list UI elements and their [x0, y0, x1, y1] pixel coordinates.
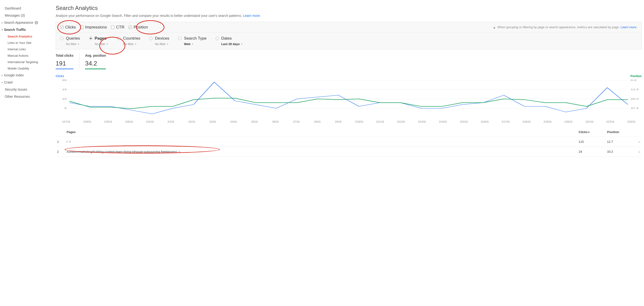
svg-text:12.5: 12.5	[631, 88, 639, 91]
radio-icon	[89, 37, 92, 40]
dimension-devices[interactable]: Devices No filter▼	[149, 36, 169, 46]
sidebar-sub-links-to-site[interactable]: Links to Your Site	[0, 40, 51, 46]
stat-total-clicks: Total clicks 191	[56, 54, 79, 69]
chart-right-axis-label: Position	[630, 75, 642, 78]
metrics-row: ✓ Clicks Impressions CTR ✓ Position ▲ Wh…	[56, 22, 642, 33]
svg-text:10: 10	[62, 98, 67, 100]
external-link-icon[interactable]: ⧉	[69, 140, 71, 143]
dimensions-row: Queries No filter▼ Pages No filter▼ Coun…	[56, 33, 642, 49]
dimension-queries[interactable]: Queries No filter▼	[60, 36, 80, 46]
sidebar-sub-international-targeting[interactable]: International Targeting	[0, 59, 51, 65]
table-header-clicks[interactable]: Clicks▼	[578, 130, 607, 134]
page-link[interactable]: /content-marketing/building-content-team…	[66, 150, 177, 153]
metrics-note-link[interactable]: Learn more.	[620, 25, 637, 29]
row-expand-icon[interactable]: »	[633, 150, 640, 154]
metric-ctr[interactable]: CTR	[111, 25, 124, 30]
caret-down-icon: ▼	[134, 43, 137, 45]
table-row: 1 /⧉ 115 12.7 »	[56, 137, 642, 147]
caret-down-icon: ▼	[106, 43, 108, 45]
radio-icon	[178, 37, 182, 40]
warning-icon: ▲	[492, 25, 496, 29]
stats-row: Total clicks 191 Avg. position 34.2	[56, 54, 642, 69]
svg-text:5: 5	[64, 107, 67, 109]
row-expand-icon[interactable]: »	[633, 140, 640, 144]
radio-icon	[149, 37, 152, 40]
table-header-position[interactable]: Position	[607, 130, 633, 134]
sidebar-item-search-appearance[interactable]: Search Appearance i	[0, 19, 51, 26]
page-description: Analyze your performance on Google Searc…	[56, 14, 642, 18]
dimension-countries[interactable]: Countries No filter▼	[117, 36, 140, 46]
table-row: 2 /content-marketing/building-content-te…	[56, 147, 642, 157]
checkbox-icon: ✓	[129, 26, 132, 29]
dimension-dates[interactable]: Dates Last 28 days▼	[216, 36, 243, 46]
sidebar-sub-search-analytics[interactable]: Search Analytics	[0, 33, 51, 40]
svg-text:0.0: 0.0	[631, 79, 637, 81]
dimension-pages[interactable]: Pages No filter▼	[89, 36, 108, 46]
external-link-icon[interactable]: ⧉	[178, 150, 180, 153]
sidebar-item-crawl[interactable]: Crawl	[0, 79, 51, 86]
radio-icon	[60, 37, 64, 40]
radio-icon	[216, 37, 219, 40]
radio-icon	[117, 37, 120, 40]
caret-down-icon: ▼	[192, 43, 194, 45]
info-icon: i	[34, 21, 38, 25]
metric-clicks[interactable]: ✓ Clicks	[60, 25, 76, 30]
page-title: Search Analytics	[56, 5, 642, 12]
sidebar-item-security-issues[interactable]: Security Issues	[0, 86, 51, 93]
table-header: Pages Clicks▼ Position	[56, 127, 642, 137]
table-header-pages[interactable]: Pages	[66, 130, 578, 134]
sidebar-item-messages[interactable]: Messages (3)	[0, 12, 51, 19]
sidebar-sub-internal-links[interactable]: Internal Links	[0, 46, 51, 53]
svg-text:15: 15	[62, 88, 67, 91]
chart-x-axis: 1/27/161/28/161/29/161/30/161/31/162/1/1…	[56, 121, 642, 123]
stat-avg-position: Avg. position 34.2	[85, 54, 112, 69]
svg-text:37.5: 37.5	[631, 107, 639, 109]
metric-impressions[interactable]: Impressions	[80, 25, 107, 30]
sidebar-sub-manual-actions[interactable]: Manual Actions	[0, 53, 51, 59]
caret-down-icon: ▼	[78, 43, 80, 45]
results-table: Pages Clicks▼ Position 1 /⧉ 115 12.7 » 2…	[56, 127, 642, 157]
sidebar-item-other-resources[interactable]: Other Resources	[0, 93, 51, 100]
checkbox-icon	[111, 26, 114, 29]
sidebar-sub-mobile-usability[interactable]: Mobile Usability	[0, 65, 51, 72]
caret-down-icon: ▼	[166, 43, 169, 45]
metric-position[interactable]: ✓ Position	[129, 25, 148, 30]
svg-text:20: 20	[62, 79, 67, 81]
sidebar-item-search-traffic[interactable]: Search Traffic	[0, 26, 51, 33]
dimension-search-type[interactable]: Search Type Web▼	[178, 36, 206, 46]
sidebar-item-google-index[interactable]: Google Index	[0, 72, 51, 79]
learn-more-link[interactable]: Learn more.	[243, 14, 261, 18]
page-link[interactable]: /	[66, 140, 68, 144]
sidebar: Dashboard Messages (3) Search Appearance…	[0, 0, 51, 162]
svg-text:25.0: 25.0	[631, 98, 639, 100]
checkbox-icon: ✓	[60, 26, 64, 29]
chart-svg: 200.01512.51025.0537.5	[56, 79, 642, 119]
main-content: Search Analytics Analyze your performanc…	[51, 0, 644, 162]
sidebar-item-dashboard[interactable]: Dashboard	[0, 5, 51, 12]
sort-desc-icon: ▼	[588, 131, 590, 134]
caret-down-icon: ▼	[241, 43, 243, 45]
chart: Clicks Position 200.01512.51025.0537.5 1…	[56, 75, 642, 123]
filter-panel: ✓ Clicks Impressions CTR ✓ Position ▲ Wh…	[56, 22, 642, 49]
checkbox-icon	[80, 26, 84, 29]
metrics-note: ▲ When grouping or filtering by page or …	[492, 25, 637, 29]
chart-left-axis-label: Clicks	[56, 75, 64, 78]
